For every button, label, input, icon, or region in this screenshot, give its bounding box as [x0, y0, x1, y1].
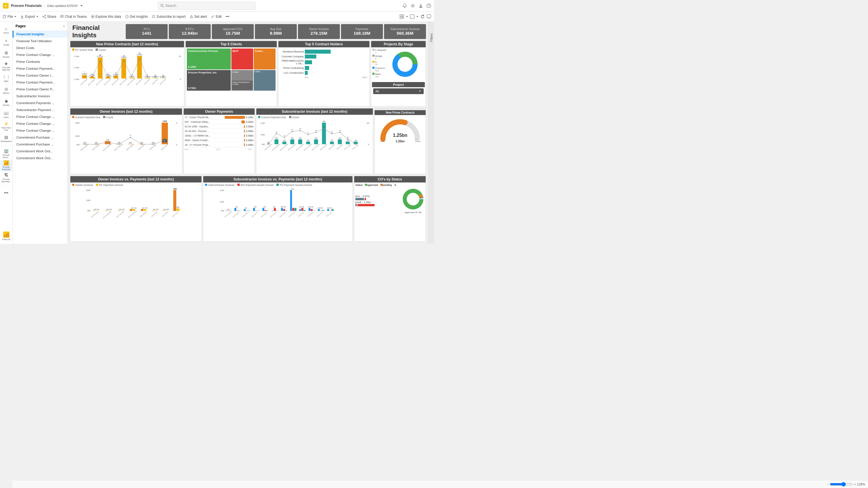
sidebar-item-browse[interactable]: ⊞ Browse [1, 48, 12, 60]
svg-rect-179 [314, 139, 318, 144]
sidebar-item-more[interactable]: ••• [1, 187, 12, 198]
svg-text:2023 October: 2023 October [116, 210, 125, 218]
view-icon-1[interactable] [400, 14, 404, 19]
svg-rect-274 [225, 210, 227, 211]
svg-rect-12 [3, 15, 5, 18]
page-commitment-purchase-2[interactable]: Commitment Purchase ... [12, 141, 67, 148]
view-icon-2[interactable] [410, 14, 414, 19]
download-icon[interactable] [418, 3, 423, 8]
cos-nav-right[interactable] [394, 184, 397, 187]
svg-rect-287 [255, 210, 257, 211]
help-icon[interactable]: ? [427, 3, 431, 8]
edit-button[interactable]: Edit [211, 14, 222, 19]
search-bar[interactable]: Search [158, 2, 255, 10]
insights-button[interactable]: i Get insights [125, 14, 148, 19]
dropdown-icon[interactable] [80, 4, 83, 7]
sidebar-item-procore-demo[interactable]: 🏢 ProcoreDemo... [1, 148, 12, 159]
sidebar-item-workspaces[interactable]: ▤ Workspaces [1, 133, 12, 144]
chat-icon [60, 15, 64, 19]
notification-icon[interactable] [402, 3, 407, 8]
page-subcontractor-payment[interactable]: Subcontractor Payment ... [12, 106, 67, 113]
svg-text:2M 2M: 2M 2M [281, 206, 286, 207]
sidebar-item-metrics[interactable]: ◎ Metrics [1, 84, 12, 96]
svg-text:0: 0 [176, 143, 177, 146]
sidebar-item-procore-financials[interactable]: ProcoreFinancial [1, 160, 12, 171]
procore-demo-icon: 🏢 [4, 148, 9, 154]
svg-text:0M: 0M [87, 209, 90, 212]
svg-text:0M: 0M [95, 142, 98, 144]
svg-point-95 [139, 59, 141, 60]
kpi-pcs-value: 1441 [142, 31, 151, 36]
sidebar-item-apps[interactable]: ⋮⋮ Apps [1, 72, 12, 84]
sidebar-item-realtime[interactable]: ⚡ Real-Timehub [1, 121, 12, 132]
file-icon [3, 15, 6, 19]
more-button[interactable]: ••• [226, 14, 229, 19]
sub-vs-payments-svg: 12M 10M 0M 0M [205, 187, 350, 219]
svg-text:25: 25 [299, 128, 301, 130]
comment-icon[interactable] [427, 14, 431, 19]
filters-tab[interactable]: Filters [428, 22, 434, 244]
page-commitment-payments-1[interactable]: Commitment Payments ... [12, 100, 67, 106]
owner-payments-list: 17 - Green Thumb Re... 0.13bn 007 - Amer… [184, 115, 255, 152]
top-clients-chart: Top 5 Clients Construcciones Procore 1.1… [185, 41, 277, 106]
svg-rect-249 [144, 209, 146, 211]
explore-button[interactable]: Explore this data [91, 14, 121, 19]
svg-text:20: 20 [179, 55, 181, 58]
sidebar-item-onelake[interactable]: ◈ OneLakedata hub [1, 60, 12, 72]
page-financial-tool[interactable]: Financial Tool Utilization [12, 38, 67, 44]
svg-text:25: 25 [123, 55, 125, 57]
chat-button[interactable]: Chat in Teams [60, 14, 87, 19]
file-menu[interactable]: File [3, 14, 17, 19]
svg-point-194 [291, 131, 293, 132]
view-dropdown-icon-2[interactable] [416, 14, 418, 19]
page-prime-contract-payment-2[interactable]: Prime Contract Payment... [12, 79, 67, 86]
page-prime-contracts[interactable]: Prime Contracts [12, 58, 67, 65]
svg-text:0: 0 [180, 78, 181, 80]
sidebar-item-home[interactable]: ⌂ Home [1, 24, 12, 36]
svg-rect-42 [7, 162, 8, 165]
kpi-sub-invoices-value: 560.36M [397, 31, 413, 36]
svg-text:2023 Septe...: 2023 Septe... [232, 210, 240, 218]
page-direct-costs[interactable]: Direct Costs [12, 44, 67, 51]
refresh-icon[interactable] [420, 14, 425, 19]
svg-rect-282 [244, 209, 246, 211]
page-subcontractor-invoices[interactable]: Subcontractor Invoices [12, 93, 67, 100]
page-prime-contract-owner-2[interactable]: Prime Contract Owner P... [12, 86, 67, 93]
sidebar-item-learn[interactable]: 📖 Learn [1, 108, 12, 120]
owner-filter-section: Owner All [374, 108, 426, 109]
page-commitment-work-1[interactable]: Commitment Work Ord... [12, 148, 67, 155]
share-button[interactable]: Share [42, 14, 56, 19]
svg-text:1M: 1M [283, 139, 286, 141]
page-prime-contract-change-3[interactable]: Prime Contract Change ... [12, 120, 67, 127]
page-prime-contract-change-2[interactable]: Prime Contract Change ... [12, 113, 67, 120]
svg-text:1M: 1M [245, 207, 247, 208]
owner-filter-title: Owner [375, 108, 426, 109]
sub-invoices-title: Subcontractor Invoices (last 12 months) [256, 108, 373, 115]
svg-text:2M: 2M [264, 206, 266, 207]
sidebar-item-procore-specialty[interactable]: 🏗 ProcoreSpecialty... [1, 172, 12, 183]
view-dropdown-icon[interactable] [406, 14, 408, 19]
owner-payments-title: Owner Payments [184, 108, 255, 115]
payment-bar-7 [244, 143, 245, 146]
sidebar-item-create[interactable]: + Create [1, 36, 12, 47]
file-dropdown-icon [14, 15, 17, 18]
settings-icon[interactable] [410, 3, 415, 8]
page-prime-contract-change-4[interactable]: Prime Contract Change ... [12, 127, 67, 134]
page-financial-insights[interactable]: Financial Insights [12, 31, 67, 38]
learn-icon: 📖 [4, 110, 9, 116]
project-filter-dropdown[interactable]: All [373, 88, 424, 94]
alert-button[interactable]: ! Set alert [190, 14, 207, 19]
svg-text:11: 11 [107, 73, 110, 75]
sidebar-item-monitor[interactable]: ◉ Monitor [1, 96, 12, 108]
projects-by-stage-title: Projects By Stage [371, 41, 426, 47]
subscribe-button[interactable]: Subscribe to report [152, 14, 185, 19]
svg-rect-258 [177, 208, 180, 211]
page-prime-contract-payment-1[interactable]: Prime Contract Payment... [12, 65, 67, 72]
svg-text:2024 March: 2024 March [319, 144, 328, 151]
page-commitment-work-2[interactable]: Commitment Work Ord... [12, 155, 67, 162]
page-prime-contract-owner-1[interactable]: Prime Contract Owner I... [12, 72, 67, 79]
page-commitment-purchase-1[interactable]: Commitment Purchase ... [12, 134, 67, 141]
pages-collapse-button[interactable]: ‹ [63, 24, 65, 28]
export-menu[interactable]: Export [20, 14, 38, 19]
page-prime-contract-change-1[interactable]: Prime Contract Change ... [12, 51, 67, 58]
